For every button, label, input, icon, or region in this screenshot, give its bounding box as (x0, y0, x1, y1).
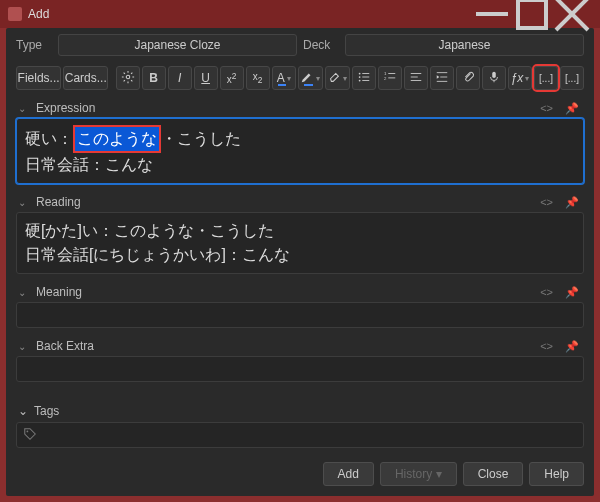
attach-button[interactable] (456, 66, 480, 90)
type-label: Type (16, 38, 52, 52)
titlebar: Add (0, 0, 600, 28)
cloze-same-button[interactable]: [...] (560, 66, 584, 90)
html-toggle-icon[interactable]: <> (537, 286, 556, 298)
gear-icon (121, 70, 135, 87)
chevron-down-icon[interactable]: ⌄ (18, 103, 30, 114)
reading-editor[interactable]: 硬[かた]い：このような・こうした 日常会話[にちじょうかいわ]：こんな (16, 212, 584, 274)
html-toggle-icon[interactable]: <> (537, 102, 556, 114)
field-meaning: ⌄ Meaning <> 📌 (16, 282, 584, 328)
cloze-icon: [...] (539, 73, 553, 84)
bold-button[interactable]: B (142, 66, 166, 90)
back-extra-editor[interactable] (16, 356, 584, 382)
chevron-down-icon[interactable]: ⌄ (18, 404, 28, 418)
highlight-button[interactable]: ▾ (298, 66, 323, 90)
editor-toolbar: Fields... Cards... B I U x2 x2 A▾ ▾ ▾ 12 (6, 62, 594, 96)
italic-button[interactable]: I (168, 66, 192, 90)
ul-icon (357, 70, 371, 87)
record-button[interactable] (482, 66, 506, 90)
window-title: Add (28, 7, 49, 21)
add-button[interactable]: Add (323, 462, 374, 486)
tag-icon (23, 427, 37, 444)
underline-icon: U (201, 71, 210, 85)
field-reading: ⌄ Reading <> 📌 硬[かた]い：このような・こうした 日常会話[にち… (16, 192, 584, 274)
equation-button[interactable]: ƒx▾ (508, 66, 532, 90)
cloze-same-icon: [...] (565, 73, 579, 84)
ol-icon: 12 (383, 70, 397, 87)
minimize-button[interactable] (472, 0, 512, 28)
align-button[interactable] (404, 66, 428, 90)
expression-editor[interactable]: 硬い：このような・こうした 日常会話：こんな (16, 118, 584, 184)
field-back-extra: ⌄ Back Extra <> 📌 (16, 336, 584, 382)
tags-label: Tags (34, 404, 59, 418)
chevron-down-icon[interactable]: ⌄ (18, 197, 30, 208)
unordered-list-button[interactable] (352, 66, 376, 90)
meaning-editor[interactable] (16, 302, 584, 328)
cards-button[interactable]: Cards... (63, 66, 108, 90)
bold-icon: B (149, 71, 158, 85)
paperclip-icon (461, 70, 475, 87)
deck-label: Deck (303, 38, 339, 52)
pin-icon[interactable]: 📌 (562, 340, 582, 353)
svg-rect-21 (492, 71, 496, 77)
history-button[interactable]: History ▾ (380, 462, 457, 486)
maximize-button[interactable] (512, 0, 552, 28)
settings-button[interactable] (116, 66, 140, 90)
svg-point-4 (126, 75, 130, 79)
mic-icon (487, 70, 501, 87)
type-selector[interactable]: Japanese Cloze (58, 34, 297, 56)
svg-point-22 (27, 430, 29, 432)
svg-point-6 (358, 76, 360, 78)
fx-icon: ƒx (511, 71, 524, 85)
chevron-down-icon[interactable]: ⌄ (18, 341, 30, 352)
field-label: Reading (36, 195, 81, 209)
italic-icon: I (178, 71, 181, 85)
text-color-icon: A (277, 71, 285, 85)
indent-button[interactable] (430, 66, 454, 90)
app-icon (8, 7, 22, 21)
superscript-button[interactable]: x2 (220, 66, 244, 90)
pin-icon[interactable]: 📌 (562, 286, 582, 299)
cloze-button[interactable]: [...] (534, 66, 558, 90)
align-icon (409, 70, 423, 87)
field-label: Meaning (36, 285, 82, 299)
indent-icon (435, 70, 449, 87)
html-toggle-icon[interactable]: <> (537, 196, 556, 208)
svg-text:2: 2 (384, 75, 387, 80)
selected-text: このような (73, 125, 161, 153)
deck-selector[interactable]: Japanese (345, 34, 584, 56)
clear-format-button[interactable]: ▾ (325, 66, 350, 90)
pin-icon[interactable]: 📌 (562, 102, 582, 115)
help-button[interactable]: Help (529, 462, 584, 486)
field-expression: ⌄ Expression <> 📌 硬い：このような・こうした 日常会話：こんな (16, 98, 584, 184)
field-label: Back Extra (36, 339, 94, 353)
text-color-button[interactable]: A▾ (272, 66, 296, 90)
html-toggle-icon[interactable]: <> (537, 340, 556, 352)
chevron-down-icon[interactable]: ⌄ (18, 287, 30, 298)
fields-button[interactable]: Fields... (16, 66, 61, 90)
ordered-list-button[interactable]: 12 (378, 66, 402, 90)
eraser-icon (327, 70, 341, 87)
underline-button[interactable]: U (194, 66, 218, 90)
subscript-button[interactable]: x2 (246, 66, 270, 90)
field-label: Expression (36, 101, 95, 115)
pin-icon[interactable]: 📌 (562, 196, 582, 209)
superscript-icon: x2 (227, 71, 237, 85)
svg-point-7 (358, 79, 360, 81)
close-window-button[interactable] (552, 0, 592, 28)
tags-input[interactable] (16, 422, 584, 448)
close-button[interactable]: Close (463, 462, 524, 486)
svg-point-5 (358, 72, 360, 74)
svg-rect-1 (518, 0, 546, 28)
subscript-icon: x2 (253, 71, 263, 85)
